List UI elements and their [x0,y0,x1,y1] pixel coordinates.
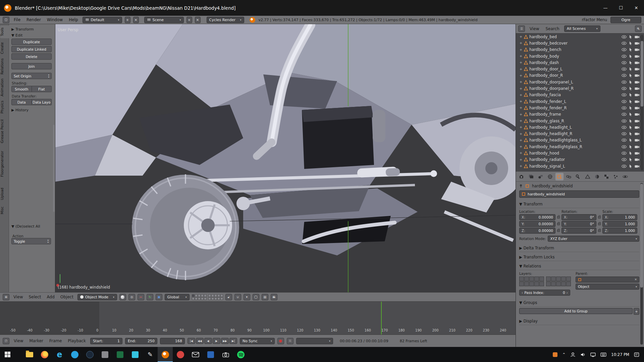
tab-render[interactable] [518,173,526,181]
tray-volume-icon[interactable] [580,352,586,357]
keying-set-dropdown[interactable]: ▾ [296,338,333,344]
expand-icon[interactable]: + [519,35,523,39]
viewport-menu-object[interactable]: Object [59,295,75,299]
lock-icon[interactable] [557,230,560,232]
renderability-camera-icon[interactable] [635,42,640,45]
visibility-eye-icon[interactable] [622,74,627,77]
visibility-eye-icon[interactable] [622,42,627,45]
parent-type-dropdown[interactable]: Object▾ [576,284,639,290]
tab-scene[interactable] [536,173,545,181]
visibility-eye-icon[interactable] [622,165,627,168]
object-name[interactable]: hardbody_hood [529,151,559,156]
object-name[interactable]: hardbody_fascia [529,93,561,97]
tool-shelf-scrollbar[interactable] [53,125,55,212]
app-green-icon[interactable] [112,347,127,362]
rotation-z-field[interactable]: Z:0° [561,228,596,234]
ogre-button[interactable]: Ogre [610,17,641,23]
add-to-group-button[interactable]: Add to Group [519,308,633,314]
outliner-row[interactable]: + hardbody_door_L [516,66,644,72]
shelf-tab-upload[interactable]: Upload [0,186,9,202]
object-name[interactable]: hardbody_frame [529,112,561,117]
relations-section-header[interactable]: ▼ Relations [519,262,639,270]
shelf-tab-physics[interactable]: Physics [0,99,9,116]
add-group-plus-button[interactable]: + [634,308,639,315]
timeline[interactable]: -50-40-30-20-100102030405060708090100110… [0,302,516,335]
object-name[interactable]: hardbody_bedcover [529,41,568,46]
shade-flat-button[interactable]: Flat [32,86,52,92]
expand-icon[interactable]: + [519,80,523,84]
expand-icon[interactable]: + [519,106,523,110]
shelf-tab-relations[interactable]: Relations [0,56,9,76]
viewport-editor-type-icon[interactable]: ⊞ [3,294,9,300]
selectability-cursor-icon[interactable] [629,145,632,149]
expand-icon[interactable]: + [519,132,523,136]
renderability-camera-icon[interactable] [635,138,640,142]
outliner-row[interactable]: + hardbody_signal_L [516,163,644,169]
visibility-eye-icon[interactable] [622,100,627,103]
object-name[interactable]: hardbody_doorpanel_L [529,80,573,84]
outliner-row[interactable]: + hardbody_headlightglass_R [516,143,644,150]
outliner-row[interactable]: + hardbody_bedcover [516,40,644,46]
viewport-menu-view[interactable]: View [12,295,24,299]
object-name[interactable]: hardbody_door_L [529,67,562,71]
transform-locks-section-header[interactable]: ▶ Transform Locks [519,253,639,261]
expand-icon[interactable]: + [519,67,523,71]
add-scene-button[interactable]: + [186,17,192,23]
visibility-eye-icon[interactable] [622,93,627,97]
tray-app-icon[interactable] [553,352,557,357]
outliner-row[interactable]: + hardbody_bed [516,34,644,40]
expand-icon[interactable]: + [519,138,523,142]
outliner-search-icon[interactable]: 🔍︎ [635,25,642,32]
playback-button[interactable]: ▶| [229,338,237,344]
shelf-tab-animation[interactable]: Animation [0,76,9,99]
rotation-x-field[interactable]: X:0° [561,214,596,220]
expand-icon[interactable]: + [519,54,523,58]
transform-section-header[interactable]: ▼ Transform [519,200,639,208]
renderability-camera-icon[interactable] [635,80,640,84]
expand-icon[interactable]: + [519,119,523,123]
location-z-field[interactable]: Z:0.00000 [519,228,555,234]
set-origin-dropdown[interactable]: Set Origin▴▾ [11,73,52,79]
selectability-cursor-icon[interactable] [629,41,632,45]
outliner-row[interactable]: + hardbody_doorpanel_R [516,85,644,92]
scale-y-field[interactable]: Y:1.000 [602,221,637,227]
object-name[interactable]: hardbody_glass_R [529,119,564,123]
selectability-cursor-icon[interactable] [629,112,632,116]
pen-tool-icon[interactable]: ✎ [143,347,158,362]
object-name[interactable]: hardbody_door_R [529,73,563,78]
outliner-row[interactable]: + hardbody_frame [516,111,644,118]
tab-modifiers[interactable] [574,173,583,181]
pass-index-field[interactable]: ‹Pass Index:0› [519,290,570,296]
app-blue-icon[interactable] [67,347,82,362]
renderability-camera-icon[interactable] [635,165,640,168]
viewport-layers[interactable] [192,294,223,300]
visibility-eye-icon[interactable] [622,48,627,51]
outliner-row[interactable]: + hardbody_doorpanel_L [516,79,644,85]
object-name[interactable]: hardbody_fender_R [529,106,567,110]
blender-taskbar-icon[interactable] [158,347,173,362]
renderability-camera-icon[interactable] [635,106,640,110]
expand-icon[interactable]: + [519,113,523,116]
visibility-eye-icon[interactable] [622,138,627,142]
lock-icon[interactable] [598,216,601,219]
outliner-row[interactable]: + hardbody_fender_R [516,105,644,111]
timeline-editor-type-icon[interactable]: 🕒︎ [3,338,9,344]
rfactor-menu[interactable]: rFactor Menu [582,17,607,22]
render-opengl-anim-icon[interactable]: 🎬︎ [271,294,277,300]
renderability-camera-icon[interactable] [635,132,640,135]
viewport-menu-add[interactable]: Add [45,295,56,299]
visibility-eye-icon[interactable] [622,119,627,123]
outliner-row[interactable]: + hardbody_hood [516,150,644,156]
selectability-cursor-icon[interactable] [629,73,632,77]
close-button[interactable]: ✕ [629,0,644,16]
outliner-menu-view[interactable]: View [528,26,541,31]
renderability-camera-icon[interactable] [635,145,640,148]
lock-icon[interactable] [557,216,560,219]
join-button[interactable]: Join [11,63,52,69]
tab-object[interactable] [555,173,564,181]
renderability-camera-icon[interactable] [635,113,640,116]
outliner-row[interactable]: + hardbody_glass_R [516,118,644,124]
lock-icon[interactable] [557,223,560,225]
shelf-tab-floorgenerator[interactable]: Floorgenerator [0,149,9,179]
expand-icon[interactable]: + [519,151,523,155]
